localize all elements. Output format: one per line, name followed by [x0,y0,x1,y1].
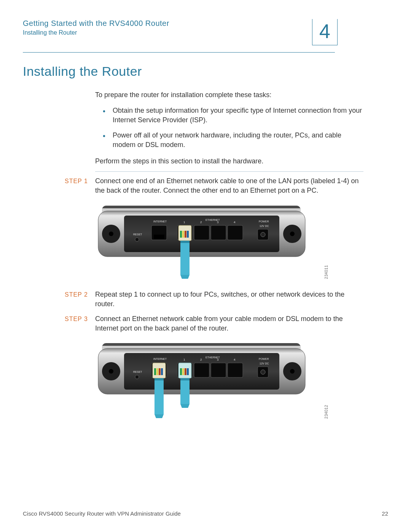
svg-text:3: 3 [217,358,219,361]
task-item: Power off all of your network hardware, … [110,131,363,150]
svg-rect-45 [228,363,243,377]
ethernet-cable-lan1 [178,363,191,408]
header-divider [23,52,335,53]
chapter-number-box: 4 [312,19,338,45]
svg-point-6 [290,232,295,236]
svg-rect-22 [180,231,182,238]
router-figure-2: RESET INTERNET ETHERNET POWER 12V DC 1 2… [95,340,323,420]
step-label: STEP 1 [65,176,95,195]
task-list: Obtain the setup information for your sp… [95,106,363,150]
svg-rect-52 [161,368,163,375]
svg-point-20 [261,232,265,237]
svg-rect-24 [185,231,186,238]
step-divider [95,171,363,172]
step-text: Repeat step 1 to connect up to four PCs,… [95,290,363,309]
task-item: Obtain the setup information for your sp… [110,106,363,125]
section-title: Installing the Router [23,64,388,79]
svg-rect-18 [228,225,243,240]
voltage-label: 12V DC [260,362,269,365]
breadcrumb: Installing the Router [23,29,312,36]
ethernet-cable-lan1 [178,225,191,279]
svg-rect-25 [187,231,189,238]
footer-page-number: 22 [382,510,388,517]
ethernet-cable-internet [153,363,166,418]
svg-rect-17 [211,225,226,240]
step-row: STEP 2 Repeat step 1 to connect up to fo… [65,290,363,309]
svg-rect-27 [180,241,190,243]
svg-rect-53 [155,378,164,414]
svg-point-32 [109,369,113,374]
svg-rect-58 [185,368,186,375]
power-label: POWER [259,220,269,223]
svg-rect-56 [180,368,182,375]
step-text: Connect an Ethernet network cable from y… [95,314,363,333]
svg-text:4: 4 [234,358,236,361]
svg-rect-14 [154,235,164,239]
reset-label: RESET [133,371,142,373]
chapter-title: Getting Started with the RVS4000 Router [23,19,312,28]
svg-rect-59 [187,368,189,375]
svg-text:1: 1 [183,220,185,224]
step-text: Connect one end of an Ethernet network c… [95,176,363,195]
internet-label: INTERNET [153,220,167,223]
step-label: STEP 2 [65,290,95,309]
step-label: STEP 3 [65,314,95,333]
page-header: Getting Started with the RVS4000 Router … [23,19,388,45]
svg-text:1: 1 [183,358,185,361]
svg-text:2: 2 [200,358,202,361]
svg-rect-43 [194,363,209,377]
reset-label: RESET [133,233,142,236]
svg-point-8 [135,238,139,241]
footer-guide-title: Cisco RVS4000 Security Router with VPN A… [23,510,181,517]
voltage-label: 12V DC [260,225,269,227]
router-illustration: RESET INTERNET ETHERNET POWER 12V DC 1 2… [95,340,308,420]
svg-rect-54 [155,378,164,380]
svg-rect-57 [182,368,184,375]
svg-rect-44 [211,363,226,377]
svg-rect-51 [159,368,161,375]
svg-text:4: 4 [234,220,236,224]
svg-point-4 [109,232,113,236]
page-footer: Cisco RVS4000 Security Router with VPN A… [23,510,388,517]
svg-rect-23 [182,231,184,238]
svg-point-47 [261,370,265,374]
svg-text:3: 3 [217,220,219,224]
perform-text: Perform the steps in this section to ins… [95,157,363,166]
intro-text: To prepare the router for installation c… [95,90,363,100]
figure-id: 234011 [324,265,328,279]
router-figure-1: RESET INTERNET ETHERNET POWER 12V DC 1 2… [95,203,323,281]
step-row: STEP 3 Connect an Ethernet network cable… [65,314,363,333]
svg-rect-49 [154,368,156,375]
router-illustration: RESET INTERNET ETHERNET POWER 12V DC 1 2… [95,203,308,281]
svg-rect-61 [180,378,190,380]
svg-text:2: 2 [200,220,202,224]
svg-rect-50 [156,368,158,375]
internet-label: INTERNET [153,358,167,360]
svg-rect-16 [194,225,209,240]
svg-rect-26 [180,241,190,275]
svg-rect-60 [180,378,190,404]
figure-id: 234012 [324,405,328,419]
svg-point-36 [135,375,139,379]
power-label: POWER [259,358,269,360]
step-row: STEP 1 Connect one end of an Ethernet ne… [65,176,363,195]
svg-point-34 [290,369,295,374]
